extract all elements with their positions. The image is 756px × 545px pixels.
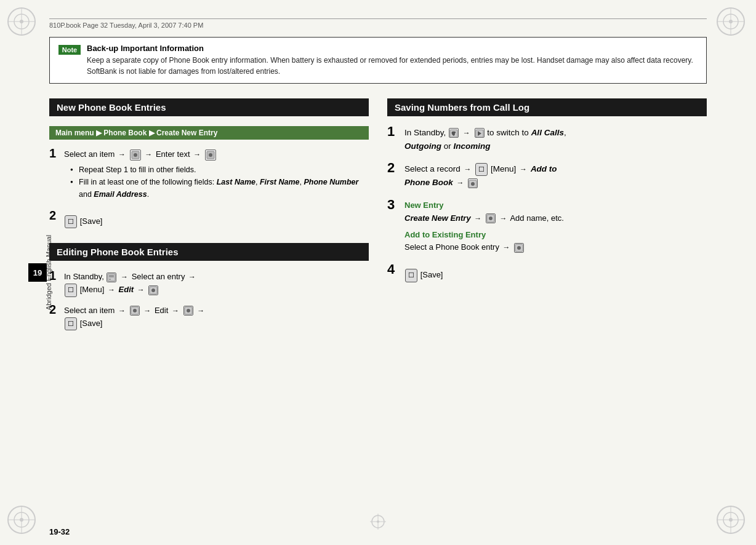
icon-btn-1[interactable] bbox=[130, 149, 141, 161]
menu-key-r2[interactable]: ☐ bbox=[475, 163, 488, 177]
select-entry-text: Select an entry bbox=[132, 272, 187, 281]
r3-icon-2[interactable] bbox=[514, 243, 524, 253]
r-step-num-2: 2 bbox=[387, 161, 402, 175]
step-1-enter-text: Enter text bbox=[156, 149, 192, 159]
r-step-4-content: ☐ [Save] bbox=[404, 269, 707, 282]
step-2-content: ☐ [Save] bbox=[64, 215, 369, 229]
two-column-layout: New Phone Book Entries Main menu ▶ Phone… bbox=[49, 98, 707, 338]
corner-decoration-br bbox=[714, 503, 751, 540]
arrow-e6: → bbox=[143, 305, 151, 317]
svg-point-14 bbox=[20, 518, 23, 522]
svg-point-37 bbox=[471, 182, 475, 186]
new-entries-step-1: 1 Select an item → → Enter text → Repeat… bbox=[49, 148, 369, 203]
step-number-2: 2 bbox=[49, 209, 62, 221]
edit-icon-3[interactable] bbox=[183, 306, 193, 316]
editing-step-1: 1 In Standby, → Select an entry → ☐ [Men… bbox=[49, 271, 369, 296]
select-item-text: Select an item bbox=[64, 306, 117, 315]
bullet-2: Fill in at least one of the following fi… bbox=[70, 176, 369, 201]
arrow-r3a: → bbox=[474, 213, 481, 225]
svg-point-4 bbox=[20, 20, 23, 23]
page-reference: 810P.book Page 32 Tuesday, April 3, 2007… bbox=[49, 22, 203, 29]
arrow-r2b: → bbox=[520, 164, 527, 175]
top-bar: 810P.book Page 32 Tuesday, April 3, 2007… bbox=[49, 18, 707, 29]
svg-point-45 bbox=[377, 520, 379, 523]
field-last-name: Last Name bbox=[217, 178, 255, 186]
edit-text-2: Edit bbox=[155, 306, 171, 315]
select-phonebook: Select a Phone Book entry bbox=[404, 242, 502, 252]
svg-point-28 bbox=[151, 288, 155, 292]
editing-entries-header: Editing Phone Book Entries bbox=[49, 243, 369, 261]
r-step-num-1: 1 bbox=[387, 125, 402, 138]
arrow-r2c: → bbox=[457, 177, 464, 189]
phone-book-text: Phone Book bbox=[404, 178, 453, 187]
menu-key-e2[interactable]: ☐ bbox=[65, 317, 77, 331]
r3-icon-1[interactable] bbox=[486, 213, 496, 223]
sub-existing-content: Select a Phone Book entry → bbox=[404, 241, 707, 254]
nav-icon-r1[interactable] bbox=[475, 128, 485, 138]
arrow-r1: → bbox=[463, 127, 470, 139]
svg-point-21 bbox=[134, 153, 137, 157]
new-entries-step-2: 2 ☐ [Save] bbox=[49, 210, 369, 236]
edit-icon-1[interactable] bbox=[148, 285, 158, 295]
step-1-text-select: Select an item bbox=[64, 149, 117, 159]
new-entries-header: New Phone Book Entries bbox=[49, 98, 369, 116]
add-to-phonebook: Add to bbox=[531, 164, 557, 173]
page-number: 19-32 bbox=[49, 527, 70, 536]
arrow-3: → bbox=[193, 149, 201, 161]
svg-point-23 bbox=[209, 153, 212, 157]
menu-key-r4[interactable]: ☐ bbox=[405, 269, 417, 282]
bullet-1: Repeat Step 1 to fill in other fields. bbox=[70, 164, 369, 176]
all-calls-text: All Calls bbox=[531, 128, 564, 137]
corner-decoration-tr bbox=[714, 5, 751, 42]
sub-new-content: Create New Entry → → Add name, etc. bbox=[404, 212, 707, 225]
arrow-e8: → bbox=[197, 305, 204, 317]
arrow-e7: → bbox=[172, 305, 179, 317]
arrow-e1: → bbox=[121, 271, 128, 283]
r-in-standby: In Standby, bbox=[404, 128, 448, 137]
arrow-2: → bbox=[145, 149, 152, 161]
incoming-text: Incoming bbox=[454, 141, 491, 151]
field-first-name: First Name bbox=[260, 178, 300, 186]
step-1-bullets: Repeat Step 1 to fill in other fields. F… bbox=[64, 164, 369, 201]
add-name-text: Add name, etc. bbox=[510, 213, 563, 223]
edit-icon-2[interactable] bbox=[130, 306, 140, 316]
r-step-1-content: In Standby, → to switch to All Calls, Ou… bbox=[404, 126, 707, 153]
svg-point-19 bbox=[729, 518, 733, 522]
step-1-content: Select an item → → Enter text → Repeat S… bbox=[64, 148, 369, 203]
corner-decoration-bl bbox=[5, 503, 42, 540]
edit-step-num-1: 1 bbox=[49, 269, 62, 282]
note-icon: Note bbox=[58, 45, 81, 55]
main-content: Note Back-up Important Information Keep … bbox=[49, 37, 707, 514]
r-step-2-content: Select a record → ☐ [Menu] → Add to Phon… bbox=[404, 162, 707, 189]
menu-key-e1[interactable]: ☐ bbox=[65, 284, 77, 297]
svg-point-41 bbox=[517, 246, 521, 250]
step-number-1: 1 bbox=[49, 147, 62, 159]
arrow-e4: → bbox=[137, 284, 145, 296]
add-existing-label: Add to Existing Entry bbox=[404, 230, 486, 239]
or-text: or bbox=[444, 141, 454, 151]
arrow-r2: → bbox=[464, 164, 472, 175]
select-record: Select a record bbox=[404, 164, 463, 173]
sub-existing-label: Add to Existing Entry bbox=[404, 229, 707, 242]
save-label-r4: [Save] bbox=[420, 270, 443, 279]
bottom-crosshair bbox=[369, 512, 387, 533]
r2-icon[interactable] bbox=[468, 178, 478, 188]
menu-key-save[interactable]: ☐ bbox=[65, 215, 77, 229]
standby-icon[interactable] bbox=[107, 272, 116, 282]
edit-italic: Edit bbox=[119, 285, 136, 294]
switch-to-text: to switch to bbox=[487, 128, 531, 137]
r-step-num-3: 3 bbox=[387, 198, 402, 212]
right-column: Saving Numbers from Call Log 1 In Standb… bbox=[387, 98, 707, 338]
field-email: Email Address bbox=[94, 190, 147, 199]
create-new-entry: Create New Entry bbox=[404, 213, 471, 223]
edit-step-num-2: 2 bbox=[49, 303, 62, 316]
left-column: New Phone Book Entries Main menu ▶ Phone… bbox=[49, 98, 369, 338]
svg-rect-25 bbox=[109, 275, 114, 277]
icon-btn-2[interactable] bbox=[205, 149, 216, 161]
phone-icon[interactable] bbox=[449, 128, 459, 138]
svg-point-30 bbox=[133, 309, 137, 312]
save-label: [Save] bbox=[80, 217, 103, 226]
editing-step-2: 2 Select an item → → Edit → → ☐ bbox=[49, 304, 369, 330]
field-phone-number: Phone Number bbox=[304, 178, 358, 186]
breadcrumb-nav: Main menu ▶ Phone Book ▶ Create New Entr… bbox=[49, 126, 369, 140]
